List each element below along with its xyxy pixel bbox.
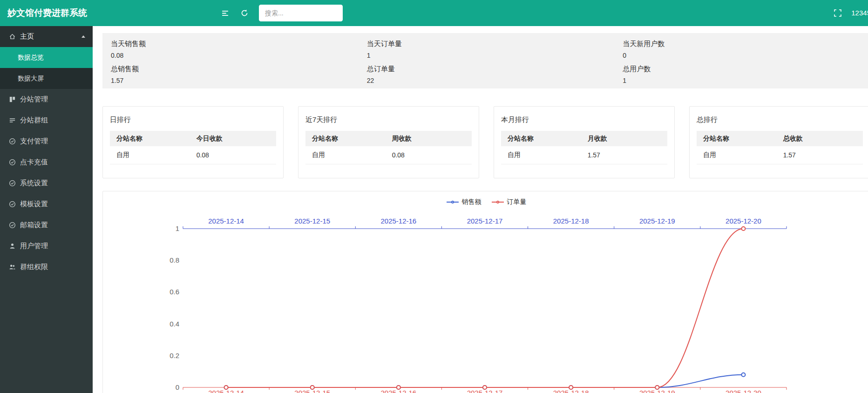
- col-amount: 周收款: [392, 135, 472, 143]
- stat-label: 总销售额: [111, 65, 350, 74]
- columns-icon: [9, 96, 16, 103]
- svg-text:0.2: 0.2: [170, 352, 179, 359]
- fullscreen-icon[interactable]: [833, 8, 843, 18]
- sidebar-item-group-permissions[interactable]: 群组权限: [0, 257, 93, 278]
- chart-legend: 销售额 订单量: [103, 198, 868, 206]
- table-row: 自用 0.08: [305, 146, 472, 164]
- chart-svg: 00.20.40.60.812025-12-142025-12-152025-1…: [103, 191, 868, 393]
- sidebar-item-label: 主页: [20, 32, 34, 41]
- sales-orders-chart-card: 销售额 订单量 00.20.40.60.812025-12-142025-12-…: [102, 191, 868, 393]
- col-site-name: 分站名称: [501, 135, 588, 143]
- sidebar-item-system-settings[interactable]: 系统设置: [0, 173, 93, 194]
- cell-amount: 1.57: [588, 151, 667, 159]
- ranking-card-month: 本月排行 分站名称 月收款 自用 1.57: [494, 106, 675, 178]
- sidebar-item-payment-mgmt[interactable]: 支付管理: [0, 131, 93, 152]
- table-row: 自用 1.57: [501, 146, 667, 164]
- template-icon: [9, 201, 16, 208]
- ranking-table-header: 分站名称 周收款: [305, 131, 472, 146]
- search-input[interactable]: [259, 5, 343, 21]
- col-site-name: 分站名称: [305, 135, 392, 143]
- topbar: 妙文馆付费进群系统 12345: [0, 0, 868, 26]
- svg-text:2025-12-20: 2025-12-20: [726, 389, 761, 393]
- ranking-table-header: 分站名称 月收款: [501, 131, 667, 146]
- svg-text:0.4: 0.4: [170, 320, 179, 328]
- svg-text:2025-12-14: 2025-12-14: [208, 217, 244, 225]
- ranking-card-daily: 日排行 分站名称 今日收款 自用 0.08: [102, 106, 284, 178]
- sidebar-item-user-mgmt[interactable]: 用户管理: [0, 236, 93, 257]
- refresh-icon[interactable]: [239, 8, 250, 18]
- ranking-title: 日排行: [103, 107, 283, 131]
- home-icon: [9, 33, 16, 40]
- stat-value: 1.57: [111, 77, 350, 84]
- recharge-icon: [9, 159, 16, 166]
- sidebar-item-label: 支付管理: [20, 137, 48, 146]
- svg-text:0.6: 0.6: [170, 288, 179, 296]
- legend-item-orders[interactable]: 订单量: [492, 198, 527, 206]
- topbar-right: 12345: [833, 0, 868, 26]
- sidebar-item-mail-settings[interactable]: 邮箱设置: [0, 215, 93, 236]
- legend-label: 订单量: [507, 198, 527, 206]
- ranking-table: 分站名称 今日收款 自用 0.08: [110, 131, 276, 164]
- svg-text:2025-12-17: 2025-12-17: [467, 217, 503, 225]
- user-icon: [9, 243, 16, 250]
- payment-icon: [9, 138, 16, 145]
- ranking-table: 分站名称 周收款 自用 0.08: [305, 131, 472, 164]
- cell-site-name: 自用: [110, 151, 197, 159]
- sidebar-item-substation-mgmt[interactable]: 分站管理: [0, 89, 93, 110]
- topbar-tools: [220, 0, 343, 26]
- col-amount: 总收款: [783, 135, 863, 143]
- cell-site-name: 自用: [697, 151, 783, 159]
- legend-item-sales[interactable]: 销售额: [447, 198, 481, 206]
- username[interactable]: 12345: [851, 0, 868, 26]
- list-icon: [9, 117, 16, 124]
- ranking-table-header: 分站名称 今日收款: [110, 131, 276, 146]
- stat-today-sales: 当天销售额 0.08: [102, 36, 359, 61]
- sidebar-item-data-overview[interactable]: 数据总览: [0, 47, 93, 68]
- stat-total-users: 总用户数 1: [614, 61, 868, 86]
- ranking-cards: 日排行 分站名称 今日收款 自用 0.08 近7天排行 分站名称: [102, 106, 868, 178]
- sidebar-item-label: 系统设置: [20, 179, 48, 188]
- svg-text:0: 0: [176, 383, 179, 391]
- stat-value: 1: [367, 52, 606, 59]
- stat-total-orders: 总订单量 22: [359, 61, 615, 86]
- sidebar: 主页 数据总览 数据大屏 分站管理 分站群组: [0, 26, 93, 393]
- sidebar-item-label: 分站群组: [20, 116, 48, 125]
- stat-today-new-users: 当天新用户数 0: [614, 36, 868, 61]
- stat-label: 总用户数: [623, 65, 862, 74]
- stat-today-orders: 当天订单量 1: [359, 36, 615, 61]
- svg-text:2025-12-15: 2025-12-15: [294, 217, 330, 225]
- sidebar-item-template-settings[interactable]: 模板设置: [0, 194, 93, 215]
- col-amount: 月收款: [588, 135, 667, 143]
- table-row: 自用 1.57: [697, 146, 863, 164]
- users-icon: [9, 264, 16, 271]
- sidebar-item-label: 分站管理: [20, 95, 48, 104]
- legend-line-circle-icon: [492, 200, 504, 204]
- sidebar-toggle-icon[interactable]: [220, 8, 230, 18]
- main-content: 当天销售额 0.08 当天订单量 1 当天新用户数 0 总销售额 1.57 总订…: [93, 26, 868, 393]
- settings-icon: [9, 180, 16, 187]
- ranking-table-header: 分站名称 总收款: [697, 131, 863, 146]
- stat-label: 总订单量: [367, 65, 606, 74]
- svg-text:2025-12-20: 2025-12-20: [726, 217, 761, 225]
- col-site-name: 分站名称: [697, 135, 783, 143]
- svg-text:1: 1: [176, 224, 179, 232]
- stat-label: 当天销售额: [111, 40, 350, 48]
- sidebar-item-home[interactable]: 主页: [0, 26, 93, 47]
- cell-site-name: 自用: [305, 151, 392, 159]
- svg-text:2025-12-16: 2025-12-16: [380, 217, 416, 225]
- app-title: 妙文馆付费进群系统: [7, 0, 87, 26]
- col-site-name: 分站名称: [110, 135, 197, 143]
- svg-text:2025-12-19: 2025-12-19: [639, 217, 675, 225]
- sidebar-item-card-recharge[interactable]: 点卡充值: [0, 152, 93, 173]
- stat-value: 0: [623, 52, 862, 59]
- ranking-title: 近7天排行: [298, 107, 479, 131]
- sidebar-item-label: 用户管理: [20, 242, 48, 251]
- stat-value: 0.08: [111, 52, 350, 59]
- sidebar-item-substation-groups[interactable]: 分站群组: [0, 110, 93, 131]
- sidebar-item-data-screen[interactable]: 数据大屏: [0, 68, 93, 89]
- ranking-title: 本月排行: [494, 107, 674, 131]
- mail-icon: [9, 222, 16, 229]
- sidebar-item-label: 数据总览: [18, 54, 44, 62]
- ranking-table: 分站名称 总收款 自用 1.57: [697, 131, 863, 164]
- col-amount: 今日收款: [197, 135, 276, 143]
